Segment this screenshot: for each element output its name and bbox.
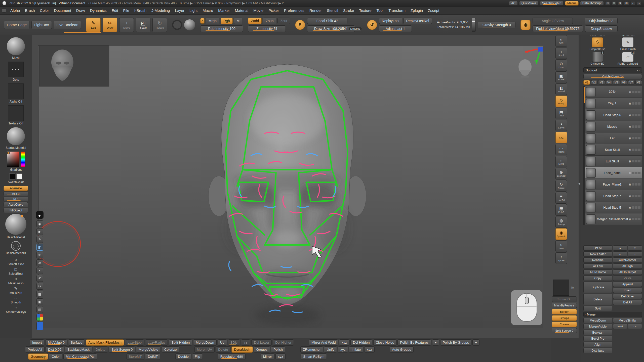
visibility-eye-icon[interactable] [629,194,631,198]
alpha-thumbnail[interactable] [8,83,24,99]
titlebar-icon[interactable]: ▾ [630,1,635,5]
rgb-intensity-slider[interactable]: Rgb Intensity 100 [200,25,243,32]
bottom-bar-button[interactable]: Min Connected Pts [63,353,97,360]
subtool-row[interactable]: Fat [585,132,642,144]
viewport-button[interactable]: ▦ PolyF [555,204,567,216]
bottom-bar-button[interactable]: LazyStep [125,339,144,346]
subtool-action-button[interactable]: MergeVisible [583,324,612,329]
tool-thumbnail[interactable]: ✎ EraserBrush [614,37,642,51]
main-color-swatch[interactable] [9,173,15,179]
switch-color[interactable] [9,173,22,179]
subtool-action-button[interactable]: Uv [628,324,642,329]
bottom-bar-button[interactable]: LazyRadius [145,339,168,346]
zadd-toggle[interactable]: Zadd [248,18,262,24]
subtool-action-button[interactable]: Duplicate [583,282,612,293]
subtool-action-button[interactable]: AutoReorder [613,257,642,263]
viewport-button[interactable]: ⊙ Zoom [555,59,567,71]
bottom-bar-button[interactable]: Flip [192,353,203,360]
mrgb-toggle[interactable]: Mrgb [206,18,219,24]
zsub-toggle[interactable]: Zsub [263,18,276,24]
field-of-view-slider[interactable]: Field of view(deg) 39.59775 [533,25,583,32]
edit-button[interactable]: ✎Edit [86,18,101,32]
menu-item[interactable]: Edit [109,8,120,13]
titlebar-button[interactable]: AC [509,1,518,6]
secondary-color-swatch[interactable] [16,173,22,179]
alternate-button[interactable]: Alternate [4,186,28,191]
menu-item[interactable]: I-Brush [132,8,149,13]
bottom-bar-button[interactable]: DynaMesh [231,346,253,353]
menu-item[interactable]: Zscript [426,8,441,13]
subtool-mini-buttons[interactable] [632,172,641,174]
bottom-bar-button[interactable]: Smart ReSym [301,353,327,360]
deepshadow-button[interactable]: DeepShadow [585,25,618,32]
bottom-bar-button[interactable]: Groups [254,346,270,353]
subtool-action-button[interactable]: All To Target [613,269,642,275]
subtool-mini-buttons[interactable] [632,183,641,186]
menu-item[interactable]: Tool [374,8,386,13]
tool-thumbnail[interactable]: S SimpleBrush [583,37,612,51]
subtool-mini-buttons[interactable] [632,114,641,116]
subtool-action-button[interactable]: Del All [613,300,642,305]
macro-tool-button[interactable]: ✎ [36,236,43,243]
subtool-row[interactable]: Muscle [585,121,642,132]
bottom-bar-button[interactable]: Uv [218,339,227,346]
subtool-mini-buttons[interactable] [632,218,641,220]
panel-splitter-chevron[interactable]: ◂ [578,182,580,186]
document-canvas[interactable] [38,45,543,328]
visibility-eye-icon[interactable] [629,160,631,163]
texture-strip-button[interactable]: Crease [552,322,577,327]
visibility-eye-icon[interactable] [629,90,631,94]
subtool-row[interactable]: Scan Skull [585,144,642,156]
bottom-bar-button[interactable]: Delete [216,346,230,353]
camera-icon[interactable] [520,20,531,30]
subtool-row[interactable]: Face_Plane [585,167,642,179]
macro-tool-button[interactable]: ▶ [36,228,43,235]
subtool-action-button[interactable]: Merge [583,312,642,317]
visibility-eye-icon[interactable] [629,137,631,140]
angle-of-view-button[interactable]: Angle Of View [533,18,573,24]
bottom-bar-button[interactable]: BackfaceMask [65,346,92,353]
live-boolean-button[interactable]: Live Boolean [54,21,81,29]
bottom-bar-button[interactable]: Unify [324,346,337,353]
bottom-bar-button[interactable]: Auto Mask FiberMesh [86,339,124,346]
subtool-version-tab[interactable]: V5 [613,80,620,85]
subtool-action-button[interactable]: MergeSimilar [613,318,642,323]
menu-item[interactable]: File [121,8,132,13]
viewport-button[interactable]: ◇ Persp [555,96,567,107]
move-button[interactable]: +Move [119,18,134,32]
bottom-bar-button[interactable]: Double [175,353,191,360]
subtool-action-button[interactable]: ▼ [628,245,642,251]
bottom-bar-button[interactable]: Dist 0.02 [46,346,64,353]
subtool-action-button[interactable]: Insert [613,288,642,293]
macro-tool-button[interactable]: ▤ [36,291,43,297]
bottom-bar-button[interactable]: xyz [275,353,286,360]
subtool-header[interactable]: Subtool [583,67,642,73]
quick-tool-button[interactable]: ○ SelectLasso [8,257,24,266]
subtool-action-button[interactable]: Paste [613,276,642,281]
macro-tool-button[interactable]: • [36,267,43,274]
subtool-action-button[interactable]: Copy [583,276,612,281]
menu-item[interactable]: Light [187,8,200,13]
subtool-action-button[interactable]: New Folder [583,251,612,257]
draw-button[interactable]: ✏Draw [103,18,117,32]
bottom-bar-button[interactable]: Delete [93,346,108,353]
bottom-bar-button[interactable]: Mirror [261,353,274,360]
bottom-bar-button[interactable]: MidValue 0 [45,339,67,346]
viewport-button[interactable]: ◑ L.Sym [555,120,567,131]
subtool-mini-buttons[interactable] [632,137,641,140]
subtool-row[interactable]: Edit Skull [585,156,642,167]
texture-strip-button[interactable]: MaskByFeature [552,303,577,308]
subtool-action-button[interactable]: Distribute [583,348,612,353]
viewport-button[interactable]: ↑ Xpose [555,252,567,264]
bottom-bar-button[interactable]: ProjectAll [25,346,45,353]
tool-thumbnail[interactable]: 3 Cylinder3D [583,52,612,65]
material-thumbnail[interactable] [7,127,25,145]
bottom-bar-button[interactable]: ● [432,339,439,346]
viewport-button[interactable]: ↔ Move [555,156,567,167]
subtool-version-tab[interactable]: V6 [621,80,627,85]
subtool-action-button[interactable]: Delete [583,294,612,305]
fillobject-button[interactable]: FillObject [4,208,28,213]
focal-shift-slider[interactable]: Focal Shift 47 [307,18,347,24]
texture-strip-button[interactable]: Texture On [552,296,577,302]
macro-tool-button[interactable]: ✏ [36,252,43,258]
